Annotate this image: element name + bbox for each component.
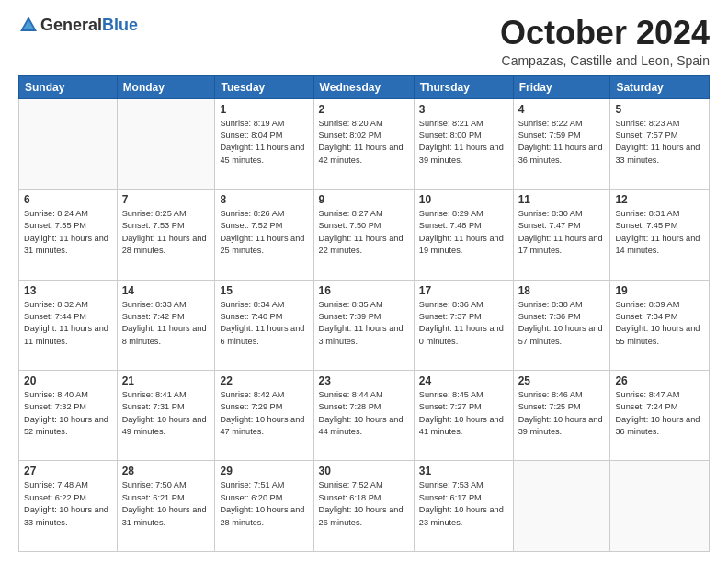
calendar-cell: 10Sunrise: 8:29 AM Sunset: 7:48 PM Dayli… bbox=[414, 190, 513, 280]
weekday-header: Friday bbox=[513, 75, 610, 98]
day-info: Sunrise: 8:21 AM Sunset: 8:00 PM Dayligh… bbox=[419, 118, 508, 167]
page: GeneralBlue October 2024 Campazas, Casti… bbox=[0, 0, 728, 563]
calendar-cell bbox=[513, 461, 610, 552]
day-number: 19 bbox=[615, 284, 704, 297]
day-info: Sunrise: 8:22 AM Sunset: 7:59 PM Dayligh… bbox=[518, 118, 606, 167]
calendar-cell bbox=[19, 98, 118, 189]
calendar-cell: 25Sunrise: 8:46 AM Sunset: 7:25 PM Dayli… bbox=[513, 371, 610, 461]
day-info: Sunrise: 8:20 AM Sunset: 8:02 PM Dayligh… bbox=[319, 118, 409, 167]
day-number: 29 bbox=[220, 465, 308, 477]
day-info: Sunrise: 8:39 AM Sunset: 7:34 PM Dayligh… bbox=[615, 299, 704, 348]
day-number: 25 bbox=[518, 374, 606, 387]
calendar-cell: 30Sunrise: 7:52 AM Sunset: 6:18 PM Dayli… bbox=[313, 461, 414, 552]
day-info: Sunrise: 8:25 AM Sunset: 7:53 PM Dayligh… bbox=[122, 208, 210, 257]
calendar-cell: 23Sunrise: 8:44 AM Sunset: 7:28 PM Dayli… bbox=[313, 371, 414, 461]
logo-icon bbox=[18, 15, 39, 35]
day-info: Sunrise: 7:52 AM Sunset: 6:18 PM Dayligh… bbox=[319, 479, 409, 528]
day-info: Sunrise: 7:53 AM Sunset: 6:17 PM Dayligh… bbox=[419, 479, 508, 528]
calendar-cell bbox=[610, 461, 710, 552]
calendar-cell: 26Sunrise: 8:47 AM Sunset: 7:24 PM Dayli… bbox=[610, 371, 710, 461]
month-title: October 2024 bbox=[500, 15, 710, 52]
day-number: 30 bbox=[319, 465, 409, 477]
day-number: 16 bbox=[319, 284, 409, 297]
calendar-cell: 12Sunrise: 8:31 AM Sunset: 7:45 PM Dayli… bbox=[610, 190, 710, 280]
calendar-week-row: 1Sunrise: 8:19 AM Sunset: 8:04 PM Daylig… bbox=[19, 98, 710, 189]
day-number: 18 bbox=[518, 284, 606, 297]
day-number: 3 bbox=[419, 103, 508, 116]
logo-blue-text: Blue bbox=[102, 16, 138, 35]
day-info: Sunrise: 8:42 AM Sunset: 7:29 PM Dayligh… bbox=[220, 389, 308, 438]
day-number: 15 bbox=[220, 284, 308, 297]
weekday-header: Wednesday bbox=[313, 75, 414, 98]
day-info: Sunrise: 8:30 AM Sunset: 7:47 PM Dayligh… bbox=[518, 208, 606, 257]
calendar-cell: 24Sunrise: 8:45 AM Sunset: 7:27 PM Dayli… bbox=[414, 371, 513, 461]
day-number: 13 bbox=[24, 284, 112, 297]
day-info: Sunrise: 8:45 AM Sunset: 7:27 PM Dayligh… bbox=[419, 389, 508, 438]
header: GeneralBlue October 2024 Campazas, Casti… bbox=[18, 15, 710, 68]
calendar-cell: 11Sunrise: 8:30 AM Sunset: 7:47 PM Dayli… bbox=[513, 190, 610, 280]
calendar-cell: 29Sunrise: 7:51 AM Sunset: 6:20 PM Dayli… bbox=[215, 461, 313, 552]
calendar-cell bbox=[117, 98, 215, 189]
title-area: October 2024 Campazas, Castille and Leon… bbox=[500, 15, 710, 68]
calendar-cell: 2Sunrise: 8:20 AM Sunset: 8:02 PM Daylig… bbox=[313, 98, 414, 189]
calendar-table: SundayMondayTuesdayWednesdayThursdayFrid… bbox=[18, 75, 710, 552]
calendar-cell: 21Sunrise: 8:41 AM Sunset: 7:31 PM Dayli… bbox=[117, 371, 215, 461]
calendar-cell: 3Sunrise: 8:21 AM Sunset: 8:00 PM Daylig… bbox=[414, 98, 513, 189]
weekday-header: Saturday bbox=[610, 75, 710, 98]
calendar-cell: 16Sunrise: 8:35 AM Sunset: 7:39 PM Dayli… bbox=[313, 280, 414, 370]
calendar-cell: 13Sunrise: 8:32 AM Sunset: 7:44 PM Dayli… bbox=[19, 280, 118, 370]
weekday-header: Thursday bbox=[414, 75, 513, 98]
day-number: 1 bbox=[220, 103, 308, 116]
calendar-cell: 14Sunrise: 8:33 AM Sunset: 7:42 PM Dayli… bbox=[117, 280, 215, 370]
day-number: 24 bbox=[419, 374, 508, 387]
day-info: Sunrise: 8:38 AM Sunset: 7:36 PM Dayligh… bbox=[518, 299, 606, 348]
day-info: Sunrise: 8:36 AM Sunset: 7:37 PM Dayligh… bbox=[419, 299, 508, 348]
calendar-cell: 19Sunrise: 8:39 AM Sunset: 7:34 PM Dayli… bbox=[610, 280, 710, 370]
calendar-cell: 18Sunrise: 8:38 AM Sunset: 7:36 PM Dayli… bbox=[513, 280, 610, 370]
calendar-cell: 15Sunrise: 8:34 AM Sunset: 7:40 PM Dayli… bbox=[215, 280, 313, 370]
day-info: Sunrise: 7:48 AM Sunset: 6:22 PM Dayligh… bbox=[24, 479, 112, 528]
calendar-cell: 9Sunrise: 8:27 AM Sunset: 7:50 PM Daylig… bbox=[313, 190, 414, 280]
day-number: 12 bbox=[615, 193, 704, 206]
calendar-cell: 28Sunrise: 7:50 AM Sunset: 6:21 PM Dayli… bbox=[117, 461, 215, 552]
calendar-week-row: 6Sunrise: 8:24 AM Sunset: 7:55 PM Daylig… bbox=[19, 190, 710, 280]
weekday-header: Monday bbox=[117, 75, 215, 98]
day-number: 11 bbox=[518, 193, 606, 206]
day-number: 20 bbox=[24, 374, 112, 387]
day-info: Sunrise: 8:44 AM Sunset: 7:28 PM Dayligh… bbox=[319, 389, 409, 438]
day-info: Sunrise: 8:29 AM Sunset: 7:48 PM Dayligh… bbox=[419, 208, 508, 257]
day-number: 17 bbox=[419, 284, 508, 297]
day-info: Sunrise: 8:47 AM Sunset: 7:24 PM Dayligh… bbox=[615, 389, 704, 438]
day-info: Sunrise: 8:26 AM Sunset: 7:52 PM Dayligh… bbox=[220, 208, 308, 257]
calendar-cell: 20Sunrise: 8:40 AM Sunset: 7:32 PM Dayli… bbox=[19, 371, 118, 461]
calendar-header-row: SundayMondayTuesdayWednesdayThursdayFrid… bbox=[19, 75, 710, 98]
calendar-cell: 22Sunrise: 8:42 AM Sunset: 7:29 PM Dayli… bbox=[215, 371, 313, 461]
calendar-cell: 1Sunrise: 8:19 AM Sunset: 8:04 PM Daylig… bbox=[215, 98, 313, 189]
calendar-cell: 27Sunrise: 7:48 AM Sunset: 6:22 PM Dayli… bbox=[19, 461, 118, 552]
day-number: 2 bbox=[319, 103, 409, 116]
calendar-cell: 4Sunrise: 8:22 AM Sunset: 7:59 PM Daylig… bbox=[513, 98, 610, 189]
day-info: Sunrise: 8:27 AM Sunset: 7:50 PM Dayligh… bbox=[319, 208, 409, 257]
day-number: 4 bbox=[518, 103, 606, 116]
day-number: 5 bbox=[615, 103, 704, 116]
logo-general-text: General bbox=[40, 16, 102, 35]
calendar-week-row: 27Sunrise: 7:48 AM Sunset: 6:22 PM Dayli… bbox=[19, 461, 710, 552]
calendar-cell: 5Sunrise: 8:23 AM Sunset: 7:57 PM Daylig… bbox=[610, 98, 710, 189]
day-info: Sunrise: 8:40 AM Sunset: 7:32 PM Dayligh… bbox=[24, 389, 112, 438]
calendar-cell: 8Sunrise: 8:26 AM Sunset: 7:52 PM Daylig… bbox=[215, 190, 313, 280]
day-number: 23 bbox=[319, 374, 409, 387]
day-number: 31 bbox=[419, 465, 508, 477]
day-info: Sunrise: 7:50 AM Sunset: 6:21 PM Dayligh… bbox=[122, 479, 210, 528]
day-number: 7 bbox=[122, 193, 210, 206]
day-number: 10 bbox=[419, 193, 508, 206]
calendar-cell: 7Sunrise: 8:25 AM Sunset: 7:53 PM Daylig… bbox=[117, 190, 215, 280]
day-number: 27 bbox=[24, 465, 112, 477]
weekday-header: Sunday bbox=[19, 75, 118, 98]
day-info: Sunrise: 8:34 AM Sunset: 7:40 PM Dayligh… bbox=[220, 299, 308, 348]
day-number: 26 bbox=[615, 374, 704, 387]
day-number: 22 bbox=[220, 374, 308, 387]
day-info: Sunrise: 8:32 AM Sunset: 7:44 PM Dayligh… bbox=[24, 299, 112, 348]
location: Campazas, Castille and Leon, Spain bbox=[500, 53, 710, 68]
day-info: Sunrise: 8:24 AM Sunset: 7:55 PM Dayligh… bbox=[24, 208, 112, 257]
day-info: Sunrise: 7:51 AM Sunset: 6:20 PM Dayligh… bbox=[220, 479, 308, 528]
